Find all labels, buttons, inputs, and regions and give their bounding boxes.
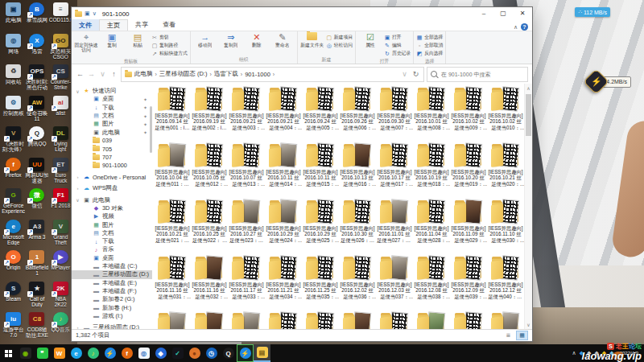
nav-item-文档[interactable]: ▤文档 <box>72 229 152 237</box>
nav-item-3D 对象[interactable]: ◆3D 对象 <box>72 204 152 212</box>
nav-item-下载[interactable]: ↓下载✦ <box>72 104 152 112</box>
file-item[interactable]: [IESS异思趣向] 2016.10.01 丝足便当008：《丝足电脑与牛仔..… <box>413 85 450 142</box>
desktop-icon-13[interactable]: Q↗腾讯QQ <box>25 126 48 158</box>
ribbon-button-全部取消[interactable]: ▫全部取消 <box>416 42 443 49</box>
file-item[interactable]: [IESS异思趣向] 2016.11.16 丝足便当031：《弱水三千》SASA… <box>154 254 191 311</box>
file-item[interactable]: [IESS异思趣向] 2016.11.01 丝足便当027：ES8魅力天津大球鞋… <box>376 198 413 254</box>
desktop-icon-12[interactable]: V↗《决胜时刻:先锋》 <box>2 126 25 158</box>
file-item[interactable] <box>302 311 339 329</box>
nav-item-039[interactable]: 039 <box>72 137 152 145</box>
ribbon-button-新建项目[interactable]: ▢新建项目 <box>326 34 353 41</box>
desktop-icon-19[interactable]: 微↗微信 <box>25 188 48 220</box>
nav-item-OneDrive - Personal[interactable]: ›☁OneDrive - Personal <box>72 173 152 181</box>
scrollbar-thumb[interactable] <box>526 94 531 136</box>
tree-chevron-icon[interactable]: ∨ <box>75 197 80 203</box>
file-item[interactable]: [IESS异思趣向] 2016.10.17 丝足便当017：《阳光与肉色长筒丝.… <box>376 142 413 198</box>
desktop-icon-20[interactable]: F1↗F1 2018 <box>49 188 72 220</box>
ribbon-button-移动到[interactable]: →移动到 <box>193 32 217 47</box>
hidden-icons-chevron-icon[interactable]: ∧ <box>572 350 576 356</box>
file-item[interactable]: [IESS异思趣向] 2016.11.04 丝足便当028：《白丝配船袜》好..… <box>413 198 450 254</box>
taskbar-icon-xunlei[interactable]: ⚡ <box>101 344 118 362</box>
file-item[interactable]: [IESS异思趣向] 2016.10.21 丝足便当020：《黑裤袜与眼镜》..… <box>487 142 524 198</box>
file-item[interactable]: [IESS异思趣向] 2016.10.27 丝足便当023：佳佳 [99P-10… <box>228 198 265 254</box>
file-item[interactable] <box>339 311 376 329</box>
file-item[interactable]: [IESS异思趣向] 2016.12.12 丝足便当040：《iess垂涎T恤肉… <box>487 254 524 311</box>
tray-message-tray-icon[interactable]: ◆ <box>609 350 613 356</box>
file-item[interactable]: [IESS异思趣向] 2016.10.29 丝足便当024：《职业白领肉丝诱..… <box>265 198 302 254</box>
file-item[interactable]: [IESS异思趣向] 2016.09.21 丝足便当004：《高跟鞋的丝足梦..… <box>265 85 302 142</box>
desktop-icon-11[interactable]: al↗alist <box>49 96 72 127</box>
file-item[interactable] <box>376 311 413 329</box>
ribbon-button-新建文件夹[interactable]: 新建文件夹 <box>300 32 324 47</box>
nav-item-快速访问[interactable]: ∨★快速访问 <box>72 87 152 95</box>
breadcrumb-迅雷下载[interactable]: 迅雷下载 <box>214 70 238 78</box>
nav-item-本地磁盘 (E:)[interactable]: ▬本地磁盘 (E:) <box>72 279 152 287</box>
file-item[interactable]: [IESS异思趣向] 2016.10.07 丝足便当013：《灰丝》抚媚阿[66… <box>228 142 265 198</box>
taskbar-icon-whiteblue[interactable]: ◎ <box>135 344 152 362</box>
tray-usb-tray-icon[interactable]: ◆ <box>594 350 598 356</box>
file-item[interactable]: [IESS异思趣向] 2016.10.11 丝足便当015：《OL的灰色丝袜》&… <box>302 142 339 198</box>
file-item[interactable] <box>413 311 450 329</box>
nav-item-新加卷 (H:)[interactable]: ▬新加卷 (H:) <box>72 303 152 311</box>
taskbar-icon-clockapp[interactable]: ◷ <box>203 344 220 362</box>
nav-item-901-1000[interactable]: 901-1000 <box>72 162 152 170</box>
nav-item-图片[interactable]: ▦图片 <box>72 220 152 228</box>
tab-共享[interactable]: 共享 <box>128 19 155 31</box>
file-item[interactable]: [IESS异思趣向] 2016.11.16 丝足便当032：《SASA》[99P… <box>191 254 228 311</box>
nav-item-桌面[interactable]: ▣桌面✦ <box>72 95 152 103</box>
file-item[interactable] <box>228 311 265 329</box>
ribbon-button-反向选择[interactable]: ◩反向选择 <box>416 50 443 57</box>
desktop-icon-22[interactable]: A3↗Arma 3 <box>25 220 48 251</box>
address-bar[interactable]: 此电脑›三星移动固态 (D:)›迅雷下载›901-1000› ∨ ↻ <box>121 67 424 82</box>
ribbon-button-历史记录[interactable]: ↻历史记录 <box>384 50 411 57</box>
tab-主页[interactable]: 主页 <box>99 19 128 31</box>
close-button[interactable]: ✕ <box>513 7 532 20</box>
nav-item-图片[interactable]: ▦图片✦ <box>72 120 152 128</box>
scroll-down-icon[interactable]: ∨ <box>525 322 532 327</box>
title-bar[interactable]: ▣ ∨ 901-1000 – ▢ ✕ <box>72 7 532 20</box>
xunlei-speed-widget[interactable]: ⚡ 4.2MB/s <box>587 72 631 91</box>
file-item[interactable]: [IESS异思趣向] 2016.10.05 丝足便当012：《hi~~SASA》… <box>191 142 228 198</box>
taskbar-icon-orangedot[interactable]: ● <box>186 344 203 362</box>
breadcrumb-此电脑[interactable]: 此电脑 <box>134 70 153 78</box>
desktop-icon-6[interactable]: ♻回收站 <box>2 64 25 96</box>
desktop-icon-1[interactable]: B↗暴雪战网 <box>25 2 48 34</box>
file-item[interactable]: [IESS异思趣向] 2016.10.11 丝足便当014：《制服!制服!》..… <box>265 142 302 198</box>
file-item[interactable]: [IESS异思趣向] 2016.10.19 丝足便当018：《SASA与ES8》… <box>413 142 450 198</box>
desktop-icon-0[interactable]: ▣此电脑 <box>2 2 25 34</box>
nav-item-桌面[interactable]: ▣桌面 <box>72 254 152 262</box>
nav-item-本地磁盘 (F:)[interactable]: ▬本地磁盘 (F:) <box>72 287 152 295</box>
file-item[interactable]: [IESS异思趣向] 2016.09.19 丝足便当002：iess王牌丝足女主… <box>191 85 228 142</box>
file-item[interactable]: [IESS异思趣向] 2016.09.26 丝足便当006：《肉色凉鞋袜》含..… <box>339 85 376 142</box>
desktop-icon-28[interactable]: ★↗Call of Duty WWII <box>25 282 48 313</box>
file-item[interactable]: [IESS异思趣向] 2016.10.02 丝足便当010：《薄月女主播的丝..… <box>487 85 524 142</box>
desktop-icon-24[interactable]: O↗Origin <box>2 250 25 282</box>
ribbon-button-复制路径[interactable]: ▢复制路径 <box>151 42 188 49</box>
desktop-icon-25[interactable]: 1↗Battlefield 1 <box>25 250 48 282</box>
nav-item-游戏 (I:)[interactable]: ▬游戏 (I:) <box>72 312 152 320</box>
taskbar-icon-xunlei-running[interactable]: ⚡ <box>237 344 254 362</box>
desktop-icon-21[interactable]: e↗Microsoft Edge <box>2 220 25 251</box>
desktop-icon-16[interactable]: UU↗网易UU加速器 <box>25 158 48 189</box>
file-item[interactable]: [IESS异思趣向] 2016.09.30 丝足便当007：《丝足电脑与牛仔..… <box>376 85 413 142</box>
tray-xunlei-tray-icon[interactable]: ◆ <box>580 350 584 356</box>
file-item[interactable]: [IESS异思趣向] 2016.11.10 丝足便当030：《肉丝先足街拍写..… <box>487 198 524 254</box>
file-item[interactable] <box>265 311 302 329</box>
desktop-icon-15[interactable]: f↗Firefox <box>2 158 25 189</box>
desktop-icon-9[interactable]: ⚙控制面板 <box>2 96 25 127</box>
minimize-button[interactable]: – <box>474 7 493 20</box>
taskbar-icon-file-explorer[interactable]: ▤ <box>254 344 270 362</box>
tree-chevron-icon[interactable]: › <box>75 186 80 191</box>
ribbon-button-轻松访问[interactable]: ◎轻松访问 <box>326 42 353 49</box>
nav-item-音乐[interactable]: ♪音乐 <box>72 245 152 253</box>
file-item[interactable]: [IESS异思趣向] 2016.09.21 丝足便当003：《丝袜与运动鞋》..… <box>228 85 265 142</box>
file-item[interactable]: [IESS异思趣向] 2016.11.09 丝足便当029：《OL制服黑丝》小.… <box>450 198 487 254</box>
ribbon-button-删除[interactable]: ✕删除 <box>245 32 269 47</box>
thumbnails-view-button[interactable]: ▦ <box>516 331 528 340</box>
maximize-button[interactable]: ▢ <box>493 7 513 20</box>
file-item[interactable]: [IESS异思趣向] 2016.10.13 丝足便当016：《阳光下的薄黑花..… <box>339 142 376 198</box>
nav-item-下载[interactable]: ↓下载 <box>72 237 152 245</box>
desktop-icon-27[interactable]: S↗Steam <box>2 282 25 313</box>
desktop-icon-18[interactable]: G↗GeForce Experience <box>2 188 25 220</box>
ribbon-collapse-icon[interactable]: ∧ <box>514 24 518 31</box>
